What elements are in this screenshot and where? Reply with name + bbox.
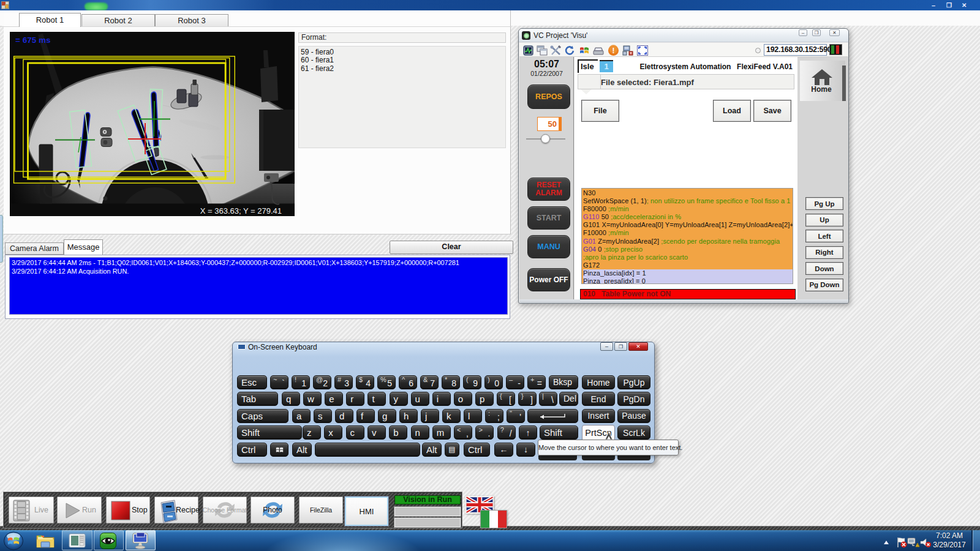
svg-text:= 675 ms: = 675 ms <box>15 35 50 44</box>
svg-text:!: ! <box>612 47 615 55</box>
svg-text:X = 363.63; Y = 279.41: X = 363.63; Y = 279.41 <box>200 206 282 215</box>
